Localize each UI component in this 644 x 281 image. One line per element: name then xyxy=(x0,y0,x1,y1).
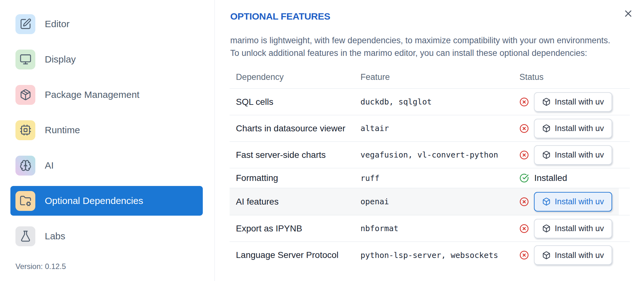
box-icon xyxy=(542,251,551,260)
install-with-uv-button[interactable]: Install with uv xyxy=(534,245,612,265)
install-button-label: Install with uv xyxy=(555,97,604,107)
sidebar-item-display[interactable]: Display xyxy=(10,45,203,74)
install-with-uv-button[interactable]: Install with uv xyxy=(534,92,612,112)
brain-icon xyxy=(15,156,35,176)
sidebar-item-label: Editor xyxy=(45,19,69,29)
column-header-feature: Feature xyxy=(354,72,513,82)
install-button-label: Install with uv xyxy=(555,150,604,160)
sidebar-item-ai[interactable]: AI xyxy=(10,151,203,180)
box-icon xyxy=(542,151,551,159)
feature-cell: vegafusion, vl-convert-python xyxy=(354,150,513,159)
feature-cell: python-lsp-server, websockets xyxy=(354,251,513,260)
sidebar-item-editor[interactable]: Editor xyxy=(10,9,203,39)
status-cell: Install with uv xyxy=(513,219,630,238)
package-icon xyxy=(15,85,35,105)
sidebar-item-package-management[interactable]: Package Management xyxy=(10,80,203,110)
description-line: To unlock additional features in the mar… xyxy=(230,47,610,59)
table-row: AI features openai Install with uv xyxy=(230,188,630,215)
square-pen-icon xyxy=(15,14,35,34)
box-icon xyxy=(542,197,551,206)
table-row: SQL cells duckdb, sqlglot Install with u… xyxy=(230,89,630,115)
sidebar-item-labs[interactable]: Labs xyxy=(10,221,203,251)
close-button[interactable] xyxy=(622,7,635,20)
feature-cell: altair xyxy=(354,124,513,133)
circle-check-icon xyxy=(519,173,529,183)
status-cell: Install with uv xyxy=(513,119,630,138)
table-header-row: Dependency Feature Status xyxy=(230,66,630,89)
folder-cog-icon xyxy=(15,191,35,211)
dependency-cell: Charts in datasource viewer xyxy=(230,123,354,134)
box-icon xyxy=(542,224,551,233)
panel-description: marimo is lightweight, with few dependen… xyxy=(230,34,610,59)
status-cell: Installed xyxy=(513,173,630,183)
box-icon xyxy=(542,98,551,106)
install-button-label: Install with uv xyxy=(555,250,604,260)
box-icon xyxy=(542,124,551,133)
sidebar-item-label: Labs xyxy=(45,231,65,242)
circle-x-icon xyxy=(519,197,529,206)
dependency-cell: Export as IPYNB xyxy=(230,224,354,234)
table-row: Export as IPYNB nbformat Install with uv xyxy=(230,215,630,242)
optional-features-panel: OPTIONAL FEATURES marimo is lightweight,… xyxy=(215,0,644,281)
status-cell: Install with uv xyxy=(513,192,630,212)
sidebar-item-label: Optional Dependencies xyxy=(45,195,143,206)
flask-icon xyxy=(15,226,35,246)
cpu-icon xyxy=(15,120,35,140)
install-with-uv-button[interactable]: Install with uv xyxy=(534,219,612,238)
circle-x-icon xyxy=(519,250,529,260)
sidebar-item-label: Display xyxy=(45,54,76,65)
dependency-cell: Language Server Protocol xyxy=(230,250,354,260)
sidebar-item-runtime[interactable]: Runtime xyxy=(10,115,203,145)
table-row: Formatting ruff Installed xyxy=(230,168,630,188)
table-row: Fast server-side charts vegafusion, vl-c… xyxy=(230,142,630,168)
install-with-uv-button[interactable]: Install with uv xyxy=(534,119,612,138)
dependency-cell: SQL cells xyxy=(230,97,354,107)
settings-sidebar: Editor Display Package Management Runtim… xyxy=(0,0,215,281)
feature-cell: duckdb, sqlglot xyxy=(354,97,513,106)
sidebar-item-optional-dependencies[interactable]: Optional Dependencies xyxy=(10,186,203,216)
page-title: OPTIONAL FEATURES xyxy=(230,11,330,22)
sidebar-item-label: Runtime xyxy=(45,125,80,135)
sidebar-item-label: AI xyxy=(45,160,54,171)
install-button-label: Install with uv xyxy=(555,197,604,206)
version-label: Version: 0.12.5 xyxy=(15,262,66,271)
sidebar-item-label: Package Management xyxy=(45,89,139,100)
status-cell: Install with uv xyxy=(513,245,630,265)
circle-x-icon xyxy=(519,224,529,233)
install-button-label: Install with uv xyxy=(555,123,604,133)
circle-x-icon xyxy=(519,150,529,160)
dependency-cell: Fast server-side charts xyxy=(230,150,354,160)
table-row: Language Server Protocol python-lsp-serv… xyxy=(230,242,630,268)
monitor-icon xyxy=(15,50,35,69)
installed-status-label: Installed xyxy=(534,173,567,183)
dependency-cell: AI features xyxy=(230,197,354,207)
install-with-uv-button[interactable]: Install with uv xyxy=(534,145,612,165)
table-row: Charts in datasource viewer altair Insta… xyxy=(230,115,630,142)
install-with-uv-button[interactable]: Install with uv xyxy=(534,192,612,212)
column-header-dependency: Dependency xyxy=(230,72,354,82)
status-cell: Install with uv xyxy=(513,145,630,165)
description-line: marimo is lightweight, with few dependen… xyxy=(230,34,610,47)
dependency-cell: Formatting xyxy=(230,173,354,183)
feature-cell: openai xyxy=(354,197,513,206)
feature-cell: ruff xyxy=(354,174,513,183)
circle-x-icon xyxy=(519,124,529,133)
install-button-label: Install with uv xyxy=(555,224,604,233)
status-cell: Install with uv xyxy=(513,92,630,112)
dependencies-table: Dependency Feature Status SQL cells duck… xyxy=(230,66,630,268)
circle-x-icon xyxy=(519,97,529,107)
feature-cell: nbformat xyxy=(354,224,513,233)
column-header-status: Status xyxy=(513,72,630,82)
x-icon xyxy=(623,8,634,19)
